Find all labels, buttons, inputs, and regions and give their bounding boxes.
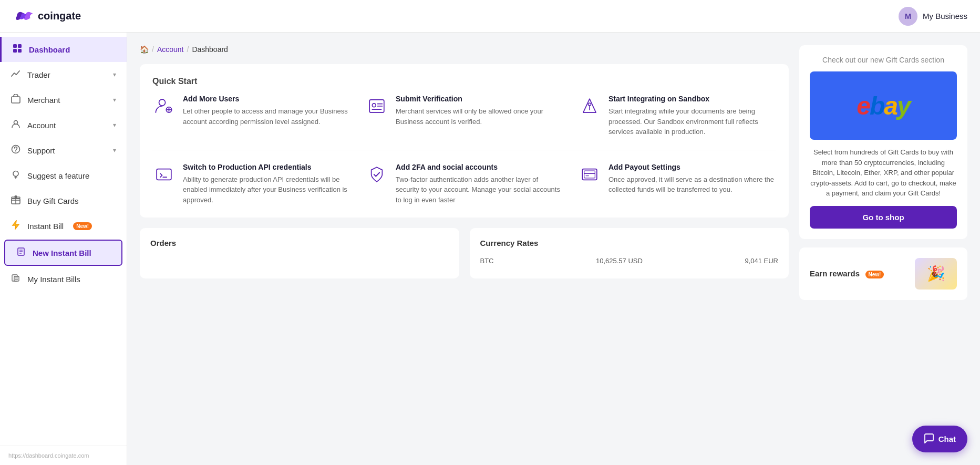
go-to-shop-button[interactable]: Go to shop [810,206,957,229]
sidebar-item-instant-bill[interactable]: Instant Bill New! [0,213,127,239]
user-menu[interactable]: M My Business [899,7,967,26]
qs-verification: Submit Verification Merchant services wi… [365,95,563,137]
svg-rect-31 [157,169,171,180]
rewards-title: Earn rewards [810,269,860,278]
chat-label: Chat [938,435,956,443]
breadcrumb-account[interactable]: Account [157,45,184,54]
currency-rates-card: Currency Rates BTC 10,625.57 USD 9,041 E… [470,228,789,278]
sidebar-item-trader[interactable]: Trader ▾ [0,62,127,87]
qs-production-api-desc: Ability to generate production API crede… [183,174,350,205]
sidebar-item-new-instant-bill[interactable]: New Instant Bill [4,240,122,266]
svg-rect-34 [584,171,595,178]
currency-row-btc: BTC 10,625.57 USD 9,041 EUR [480,254,779,268]
qs-add-users: Add More Users Let other people to acces… [152,95,350,137]
sidebar-item-dashboard[interactable]: Dashboard [0,37,127,62]
sidebar-label-merchant: Merchant [27,96,60,105]
sidebar-item-merchant[interactable]: Merchant ▾ [0,87,127,112]
right-panel: Check out our new Gift Cards section eba… [799,45,967,452]
payout-icon [578,163,601,186]
trader-icon [11,69,21,80]
sidebar-label-account: Account [27,121,56,130]
sidebar: Dashboard Trader ▾ Merchant ▾ Account ▾ [0,33,127,465]
sidebar-item-account[interactable]: Account ▾ [0,112,127,138]
new-instant-bill-icon [16,247,26,258]
quick-start-card: Quick Start [140,64,789,218]
svg-point-8 [13,171,18,177]
qs-add-users-title: Add More Users [183,95,350,103]
qs-production-api-title: Switch to Production API credentials [183,163,350,171]
2fa-icon [365,163,388,186]
my-instant-bills-icon [11,274,21,284]
qs-2fa-desc: Two-factor authentication adds another l… [396,174,563,205]
svg-rect-4 [12,97,20,103]
quick-start-title: Quick Start [152,77,776,86]
chevron-down-icon-account: ▾ [113,121,116,129]
chat-button[interactable]: Chat [912,426,967,452]
sidebar-label-trader: Trader [27,70,50,79]
qs-sandbox: Start Integrating on Sandbox Start integ… [578,95,776,137]
qs-payout-desc: Once approved, it will serve as a destin… [608,174,776,195]
merchant-icon [11,94,21,106]
quick-start-grid-1: Add More Users Let other people to acces… [152,95,776,137]
sidebar-label-new-instant-bill: New Instant Bill [33,249,91,257]
sidebar-label-dashboard: Dashboard [29,45,70,54]
svg-rect-2 [13,49,17,53]
qs-2fa: Add 2FA and social accounts Two-factor a… [365,163,563,205]
ebay-logo-text: ebay [857,91,910,120]
sidebar-item-gift-cards[interactable]: Buy Gift Cards [0,188,127,213]
sidebar-label-suggest: Suggest a feature [27,171,89,180]
qs-sandbox-desc: Start integrating while your documents a… [608,106,776,137]
svg-point-20 [159,99,166,106]
main-content: 🏠 / Account / Dashboard Quick Start [140,45,789,452]
currency-usd: 10,625.57 USD [596,257,643,265]
rewards-content: Earn rewards New! [810,269,910,278]
svg-rect-17 [14,276,19,281]
qs-add-users-desc: Let other people to access and manage yo… [183,106,350,127]
sandbox-icon [578,95,601,118]
orders-title: Orders [150,239,449,247]
sidebar-label-instant-bill: Instant Bill [27,222,64,231]
qs-payout-title: Add Payout Settings [608,163,776,171]
qs-payout-text: Add Payout Settings Once approved, it wi… [608,163,776,195]
svg-rect-3 [18,49,22,53]
rewards-panel: Earn rewards New! 🎉 [799,247,967,300]
chat-icon [924,433,934,445]
qs-2fa-text: Add 2FA and social accounts Two-factor a… [396,163,563,205]
gift-card-desc: Select from hundreds of Gift Cards to bu… [810,147,957,199]
support-icon [11,144,21,156]
home-icon[interactable]: 🏠 [140,45,149,54]
logo-area[interactable]: coingate [13,9,81,24]
svg-point-7 [15,151,16,152]
suggest-icon [11,170,21,181]
gift-cards-icon [11,195,21,206]
content-area: 🏠 / Account / Dashboard Quick Start [127,33,980,465]
quick-start-grid-2: Switch to Production API credentials Abi… [152,163,776,205]
rewards-new-badge: New! [865,271,884,278]
gift-card-title: Check out our new Gift Cards section [822,56,944,64]
qs-production-api-text: Switch to Production API credentials Abi… [183,163,350,205]
qs-sandbox-title: Start Integrating on Sandbox [608,95,776,103]
sidebar-item-support[interactable]: Support ▾ [0,138,127,163]
sidebar-url: https://dashboard.coingate.com [0,446,127,465]
currency-rates-title: Currency Rates [480,239,779,247]
orders-card: Orders [140,228,459,278]
logo-text: coingate [38,10,81,22]
chevron-down-icon-merchant: ▾ [113,96,116,104]
svg-rect-0 [13,44,17,48]
svg-rect-1 [18,44,22,48]
sidebar-item-my-instant-bills[interactable]: My Instant Bills [0,267,127,291]
currency-coin: BTC [480,257,494,265]
dashboard-icon [12,44,23,55]
top-navigation: coingate M My Business [0,0,980,33]
gift-card-panel: Check out our new Gift Cards section eba… [799,45,967,239]
sidebar-label-gift-cards: Buy Gift Cards [27,197,79,205]
logo-icon [13,9,34,24]
qs-verification-text: Submit Verification Merchant services wi… [396,95,563,127]
verification-icon [365,95,388,118]
breadcrumb: 🏠 / Account / Dashboard [140,45,789,54]
sidebar-label-my-instant-bills: My Instant Bills [27,275,80,284]
chevron-down-icon-support: ▾ [113,147,116,154]
account-icon [11,119,21,131]
add-users-icon [152,95,176,118]
sidebar-item-suggest[interactable]: Suggest a feature [0,163,127,188]
